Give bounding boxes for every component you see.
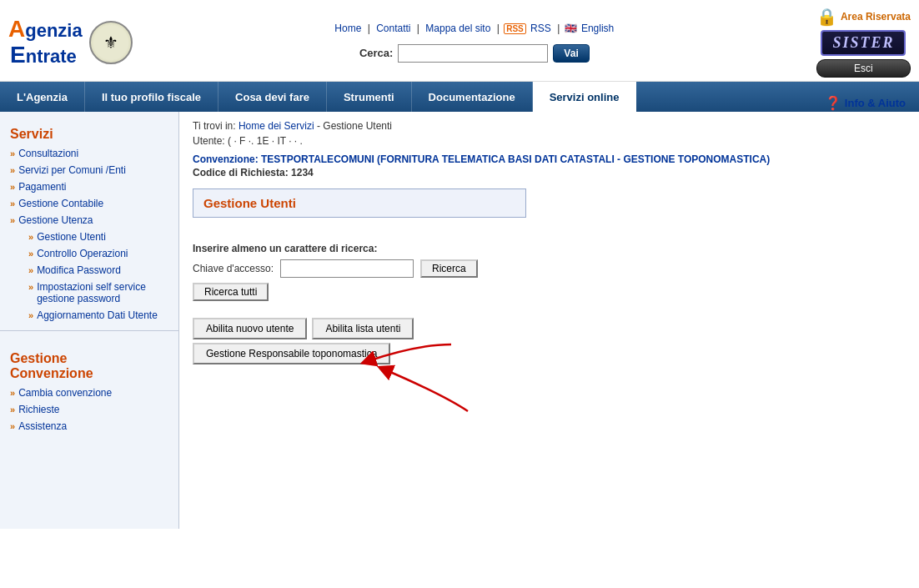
arrow-icon: » — [28, 265, 33, 275]
sister-logo[interactable]: SISTER — [821, 30, 906, 56]
sidebar: Servizi » Consultazioni » Servizi per Co… — [0, 112, 179, 529]
nav-strumenti[interactable]: Strumenti — [327, 82, 412, 112]
question-icon: ❓ — [825, 95, 841, 111]
lock-icon: 🔒 — [816, 7, 837, 27]
arrow-icon: » — [10, 182, 15, 192]
breadcrumb-home-link[interactable]: Home dei Servizi — [239, 120, 314, 132]
mappa-link[interactable]: Mappa del sito — [425, 23, 490, 34]
arrow-annotation: Gestione Responsabile toponomastica — [193, 343, 906, 364]
sidebar-item-cambia-convenzione[interactable]: » Cambia convenzione — [0, 384, 178, 401]
sidebar-item-gestione-contabile[interactable]: » Gestione Contabile — [0, 195, 178, 212]
sidebar-item-gestione-utenti[interactable]: » Gestione Utenti — [18, 229, 178, 245]
codice-label: Codice di Richiesta: — [193, 167, 289, 178]
ricerca-button[interactable]: Ricerca — [420, 259, 478, 278]
nav-servizi-online[interactable]: Servizi online — [533, 82, 637, 112]
flag-icon: 🇬🇧 — [565, 23, 577, 34]
convenzione-text: Convenzione — [10, 366, 93, 380]
vai-button[interactable]: Vai — [553, 44, 589, 63]
convention-info: Convenzione: TESTPORTALECOMUNI (FORNITUR… — [193, 153, 906, 165]
gestione-responsabile-button[interactable]: Gestione Responsabile toponomastica — [193, 343, 390, 364]
info-aiuto-label: Info & Aiuto — [845, 97, 906, 109]
convention-label: Convenzione: — [193, 153, 259, 165]
rss-link[interactable]: RSS — [530, 23, 551, 34]
arrow-icon: » — [10, 421, 15, 431]
search-instruction: Inserire almeno un carattere di ricerca: — [193, 243, 906, 254]
sidebar-item-gestione-utenza[interactable]: » Gestione Utenza — [0, 212, 178, 229]
abilita-nuovo-button[interactable]: Abilita nuovo utente — [193, 318, 307, 339]
sidebar-item-consultazioni[interactable]: » Consultazioni — [0, 145, 178, 162]
logo-a-letter: A — [8, 17, 25, 43]
sidebar-item-impostazioni-self[interactable]: » Impostazioni self service gestione pas… — [18, 279, 178, 307]
arrow-icon: » — [28, 282, 33, 292]
user-value: ( · F ·. 1E · IT · · . — [228, 135, 303, 147]
main-layout: Servizi » Consultazioni » Servizi per Co… — [0, 112, 919, 529]
chiave-row: Chiave d'accesso: Ricerca — [193, 259, 906, 278]
chiave-label: Chiave d'accesso: — [193, 263, 274, 274]
search-label: Cerca: — [359, 47, 393, 59]
user-line: Utente: ( · F ·. 1E · IT · · . — [193, 135, 906, 147]
arrow-icon: » — [28, 232, 33, 242]
logo-e-letter: E — [10, 43, 26, 68]
arrow-icon: » — [10, 388, 15, 398]
action-buttons: Abilita nuovo utente Abilita lista utent… — [193, 318, 906, 364]
abilita-lista-button[interactable]: Abilita lista utenti — [312, 318, 414, 339]
breadcrumb: Ti trovi in: Home dei Servizi - Gestione… — [193, 120, 392, 132]
ricerca-tutti-button[interactable]: Ricerca tutti — [193, 283, 269, 301]
codice-value: 1234 — [291, 167, 314, 178]
sidebar-item-controllo-operazioni[interactable]: » Controllo Operazioni — [18, 245, 178, 262]
nav-documentazione[interactable]: Documentazione — [412, 82, 533, 112]
arrow-icon: » — [28, 249, 33, 259]
sidebar-item-modifica-password[interactable]: » Modifica Password — [18, 262, 178, 279]
logo-genzia: genzia — [25, 21, 82, 41]
logo-area: A genzia E ntrate ⚜ — [8, 17, 133, 68]
english-link[interactable]: English — [581, 23, 614, 34]
home-link[interactable]: Home — [334, 23, 361, 34]
nav-cosa[interactable]: Cosa devi fare — [218, 82, 327, 112]
area-riservata-box: 🔒 Area Riservata — [816, 7, 911, 27]
gestione-text: Gestione — [10, 351, 67, 365]
top-center: Home | Contatti | Mappa del sito | RSS R… — [333, 23, 615, 63]
sidebar-item-assistenza[interactable]: » Assistenza — [0, 418, 178, 435]
user-label: Utente: — [193, 135, 225, 147]
breadcrumb-current: Gestione Utenti — [323, 120, 392, 132]
search-section: Inserire almeno un carattere di ricerca:… — [193, 243, 906, 301]
top-row: Ti trovi in: Home dei Servizi - Gestione… — [193, 120, 906, 135]
arrow-icon: » — [10, 199, 15, 209]
sidebar-sub-items: » Gestione Utenti » Controllo Operazioni… — [0, 229, 178, 324]
search-input[interactable] — [398, 44, 548, 63]
sidebar-divider — [0, 330, 178, 331]
top-right-area: 🔒 Area Riservata SISTER Esci — [816, 7, 911, 78]
logo[interactable]: A genzia E ntrate — [8, 17, 83, 68]
esci-button[interactable]: Esci — [816, 59, 911, 78]
search-area: Cerca: Vai — [359, 44, 590, 63]
arrow-icon: » — [10, 165, 15, 175]
arrow-icon: » — [28, 310, 33, 320]
sidebar-item-aggiornamento-dati[interactable]: » Aggiornamento Dati Utente — [18, 307, 178, 324]
nav-lagenzia[interactable]: L'Agenzia — [0, 82, 85, 112]
chiave-input[interactable] — [280, 259, 414, 278]
nav-profilo[interactable]: Il tuo profilo fiscale — [85, 82, 218, 112]
gestione-utenti-title: Gestione Utenti — [203, 196, 515, 210]
gestione-utenti-box: Gestione Utenti — [193, 188, 526, 218]
rss-icon: RSS — [504, 23, 526, 34]
top-nav-links: Home | Contatti | Mappa del sito | RSS R… — [333, 23, 615, 34]
convention-value: TESTPORTALECOMUNI (FORNITURA TELEMATICA … — [261, 153, 770, 165]
area-riservata-label: Area Riservata — [841, 11, 911, 23]
arrow-icon: » — [10, 405, 15, 415]
sidebar-section-servizi: Servizi — [0, 120, 178, 145]
contatti-link[interactable]: Contatti — [376, 23, 410, 34]
codice-info: Codice di Richiesta: 1234 — [193, 167, 906, 178]
arrow-icon: » — [10, 148, 15, 158]
action-row1: Abilita nuovo utente Abilita lista utent… — [193, 318, 906, 339]
sidebar-item-servizi-comuni[interactable]: » Servizi per Comuni /Enti — [0, 162, 178, 178]
info-aiuto-button[interactable]: ❓ Info & Aiuto — [825, 95, 906, 111]
sidebar-item-pagamenti[interactable]: » Pagamenti — [0, 178, 178, 195]
content-area: Ti trovi in: Home dei Servizi - Gestione… — [179, 112, 919, 529]
navbar: L'Agenzia Il tuo profilo fiscale Cosa de… — [0, 82, 919, 112]
header: A genzia E ntrate ⚜ Home | Contatti | Ma… — [0, 0, 919, 82]
emblem-symbol: ⚜ — [103, 33, 118, 53]
logo-ntrate: ntrate — [26, 47, 77, 67]
arrow-icon: » — [10, 215, 15, 225]
emblem-icon: ⚜ — [89, 21, 133, 64]
sidebar-item-richieste[interactable]: » Richieste — [0, 401, 178, 418]
